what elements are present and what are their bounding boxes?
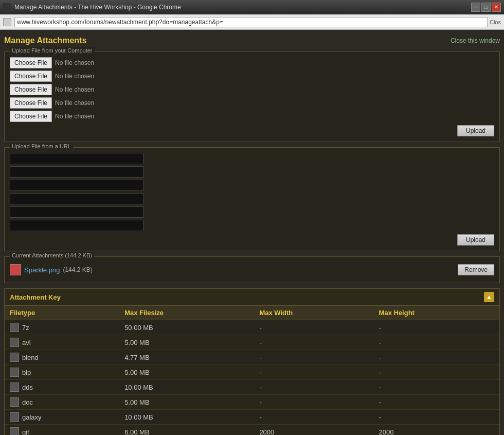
attachment-key-header: Attachment Key ▲ <box>5 289 499 306</box>
filetype-cell: 7z <box>5 320 119 335</box>
width-cell: - <box>254 365 373 380</box>
attachment-key-title: Attachment Key <box>10 293 61 301</box>
table-row: galaxy 10.00 MB - - <box>5 410 499 425</box>
table-row: avi 5.00 MB - - <box>5 335 499 350</box>
file-upload-row: Choose File No file chosen <box>10 111 494 122</box>
upload-url-button[interactable]: Upload <box>457 234 494 246</box>
filesize-cell: 5.00 MB <box>119 335 254 350</box>
upload-url-btn-row: Upload <box>10 234 494 246</box>
height-cell: - <box>374 410 499 425</box>
filetype-icon <box>10 397 19 407</box>
height-cell: - <box>374 350 499 365</box>
height-cell: - <box>374 380 499 395</box>
file-status-1: No file chosen <box>55 73 94 80</box>
filetype-icon <box>10 382 19 392</box>
window-title: Manage Attachments - The Hive Workshop -… <box>14 4 471 11</box>
attachment-key-section: Attachment Key ▲ Filetype Max Filesize M… <box>4 288 500 435</box>
filetype-icon <box>10 368 19 377</box>
attachments-container: Sparkle.png (144.2 KB) Remove <box>10 262 494 277</box>
height-cell: - <box>374 365 499 380</box>
title-bar: Manage Attachments - The Hive Workshop -… <box>0 0 504 14</box>
close-window-link[interactable]: Close this window <box>451 37 500 44</box>
filesize-cell: 5.00 MB <box>119 365 254 380</box>
upload-computer-button[interactable]: Upload <box>457 125 494 136</box>
col-max-width: Max Width <box>254 306 373 320</box>
table-row: 7z 50.00 MB - - <box>5 320 499 335</box>
attachment-link-0[interactable]: Sparkle.png <box>24 266 60 274</box>
table-row: gif 6.00 MB 2000 2000 <box>5 425 499 436</box>
width-cell: - <box>254 335 373 350</box>
col-filetype: Filetype <box>5 306 119 320</box>
filetype-cell: blp <box>5 365 119 380</box>
filetype-cell: gif <box>5 425 119 436</box>
minimize-button[interactable]: ─ <box>471 3 480 12</box>
filesize-cell: 50.00 MB <box>119 320 254 335</box>
attachment-key-icon: ▲ <box>484 292 494 302</box>
url-input-0[interactable] <box>10 153 143 164</box>
upload-computer-legend: Upload File from your Computer <box>10 47 95 54</box>
filetype-icon <box>10 323 19 332</box>
filesize-cell: 4.77 MB <box>119 350 254 365</box>
choose-file-button-3[interactable]: Choose File <box>10 97 52 109</box>
choose-file-button-1[interactable]: Choose File <box>10 71 52 82</box>
remove-attachment-button-0[interactable]: Remove <box>458 264 494 275</box>
browser-icon <box>3 3 11 11</box>
file-upload-row: Choose File No file chosen <box>10 57 494 68</box>
filetype-icon <box>10 338 19 347</box>
window-controls: ─ □ ✕ <box>471 3 501 12</box>
url-input-3[interactable] <box>10 193 143 204</box>
width-cell: - <box>254 395 373 410</box>
width-cell: - <box>254 320 373 335</box>
filetype-cell: doc <box>5 395 119 410</box>
choose-file-button-4[interactable]: Choose File <box>10 111 52 122</box>
address-input[interactable] <box>14 17 488 27</box>
filesize-cell: 6.00 MB <box>119 425 254 436</box>
filetype-cell: dds <box>5 380 119 395</box>
page-title: Manage Attachments <box>4 36 86 45</box>
height-cell: 2000 <box>374 425 499 436</box>
url-input-5[interactable] <box>10 220 143 231</box>
file-upload-row: Choose File No file chosen <box>10 71 494 82</box>
close-window-button[interactable]: ✕ <box>492 3 501 12</box>
choose-file-button-0[interactable]: Choose File <box>10 57 52 68</box>
address-bar: Clos <box>0 14 504 30</box>
filetype-icon <box>10 412 19 422</box>
upload-computer-btn-row: Upload <box>10 125 494 136</box>
width-cell: - <box>254 350 373 365</box>
file-status-2: No file chosen <box>55 86 94 93</box>
page-icon <box>3 18 11 26</box>
choose-file-button-2[interactable]: Choose File <box>10 84 52 95</box>
width-cell: 2000 <box>254 425 373 436</box>
table-row: doc 5.00 MB - - <box>5 395 499 410</box>
filetype-icon <box>10 353 19 362</box>
height-cell: - <box>374 335 499 350</box>
current-attachments-section: Current Attachments (144.2 KB) Sparkle.p… <box>4 256 500 283</box>
file-upload-row: Choose File No file chosen <box>10 84 494 95</box>
maximize-button[interactable]: □ <box>481 3 491 12</box>
close-tab-label[interactable]: Clos <box>490 19 501 25</box>
file-status-3: No file chosen <box>55 99 94 107</box>
file-status-4: No file chosen <box>55 113 94 120</box>
col-max-height: Max Height <box>374 306 499 320</box>
attachment-size-0: (144.2 KB) <box>63 266 92 273</box>
file-upload-row: Choose File No file chosen <box>10 97 494 109</box>
page-header: Manage Attachments Close this window <box>4 34 500 47</box>
table-row: blend 4.77 MB - - <box>5 350 499 365</box>
col-max-filesize: Max Filesize <box>119 306 254 320</box>
width-cell: - <box>254 410 373 425</box>
filetype-cell: avi <box>5 335 119 350</box>
url-input-2[interactable] <box>10 180 143 191</box>
table-row: blp 5.00 MB - - <box>5 365 499 380</box>
upload-computer-section: Upload File from your Computer Choose Fi… <box>4 51 500 142</box>
attachment-key-table: Filetype Max Filesize Max Width Max Heig… <box>5 306 499 435</box>
filetype-cell: blend <box>5 350 119 365</box>
page-content: Manage Attachments Close this window Upl… <box>0 30 504 435</box>
url-input-4[interactable] <box>10 206 143 218</box>
upload-url-section: Upload File from a URL Upload <box>4 147 500 251</box>
file-status-0: No file chosen <box>55 59 94 66</box>
table-row: dds 10.00 MB - - <box>5 380 499 395</box>
url-input-1[interactable] <box>10 166 143 178</box>
filesize-cell: 10.00 MB <box>119 380 254 395</box>
height-cell: - <box>374 395 499 410</box>
attachment-info: Sparkle.png (144.2 KB) <box>10 264 93 275</box>
